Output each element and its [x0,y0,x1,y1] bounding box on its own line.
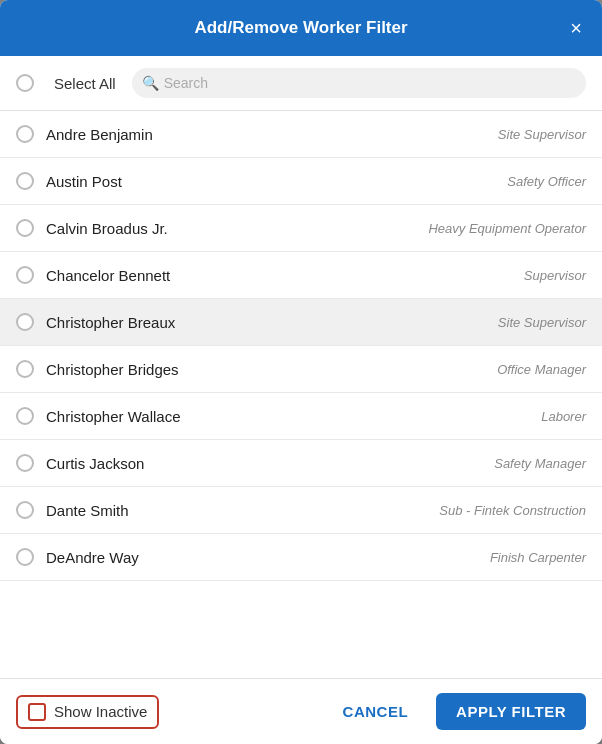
worker-name: Calvin Broadus Jr. [46,220,428,237]
worker-radio[interactable] [16,548,34,566]
worker-role: Site Supervisor [498,315,586,330]
list-item[interactable]: Austin PostSafety Officer [0,158,602,205]
worker-name: Christopher Wallace [46,408,541,425]
worker-radio[interactable] [16,501,34,519]
list-item[interactable]: Christopher BreauxSite Supervisor [0,299,602,346]
worker-name: Chancelor Bennett [46,267,524,284]
worker-role: Finish Carpenter [490,550,586,565]
worker-name: Christopher Bridges [46,361,497,378]
search-input[interactable] [132,68,586,98]
show-inactive-wrap[interactable]: Show Inactive [16,695,159,729]
list-item[interactable]: Chancelor BennettSupervisor [0,252,602,299]
worker-radio[interactable] [16,454,34,472]
select-all-row[interactable]: Select All [16,74,116,92]
list-item[interactable]: Christopher WallaceLaborer [0,393,602,440]
close-button[interactable]: × [566,14,586,42]
worker-name: Curtis Jackson [46,455,494,472]
worker-role: Laborer [541,409,586,424]
worker-name: Christopher Breaux [46,314,498,331]
show-inactive-label: Show Inactive [54,703,147,720]
footer-buttons: CANCEL APPLY FILTER [327,693,586,730]
list-item[interactable]: Curtis JacksonSafety Manager [0,440,602,487]
worker-role: Site Supervisor [498,127,586,142]
worker-role: Supervisor [524,268,586,283]
list-item[interactable]: Dante SmithSub - Fintek Construction [0,487,602,534]
list-item[interactable]: Christopher BridgesOffice Manager [0,346,602,393]
select-all-radio[interactable] [16,74,34,92]
list-item[interactable]: Calvin Broadus Jr.Heavy Equipment Operat… [0,205,602,252]
modal-header: Add/Remove Worker Filter × [0,0,602,56]
footer: Show Inactive CANCEL APPLY FILTER [0,678,602,744]
worker-radio[interactable] [16,407,34,425]
select-all-label: Select All [54,75,116,92]
apply-filter-button[interactable]: APPLY FILTER [436,693,586,730]
worker-name: Austin Post [46,173,507,190]
worker-radio[interactable] [16,266,34,284]
worker-list: Andre BenjaminSite SupervisorAustin Post… [0,111,602,678]
worker-radio[interactable] [16,219,34,237]
search-bar: Select All 🔍 [0,56,602,111]
worker-radio[interactable] [16,172,34,190]
worker-radio[interactable] [16,125,34,143]
modal-title: Add/Remove Worker Filter [194,18,407,38]
worker-role: Office Manager [497,362,586,377]
worker-role: Sub - Fintek Construction [439,503,586,518]
show-inactive-checkbox[interactable] [28,703,46,721]
cancel-button[interactable]: CANCEL [327,693,425,730]
list-item[interactable]: Andre BenjaminSite Supervisor [0,111,602,158]
worker-name: Andre Benjamin [46,126,498,143]
worker-name: Dante Smith [46,502,439,519]
worker-name: DeAndre Way [46,549,490,566]
worker-role: Heavy Equipment Operator [428,221,586,236]
worker-role: Safety Manager [494,456,586,471]
modal: Add/Remove Worker Filter × Select All 🔍 … [0,0,602,744]
search-input-wrap: 🔍 [132,68,586,98]
search-icon: 🔍 [142,75,159,91]
worker-radio[interactable] [16,313,34,331]
list-item[interactable]: DeAndre WayFinish Carpenter [0,534,602,581]
worker-role: Safety Officer [507,174,586,189]
worker-radio[interactable] [16,360,34,378]
